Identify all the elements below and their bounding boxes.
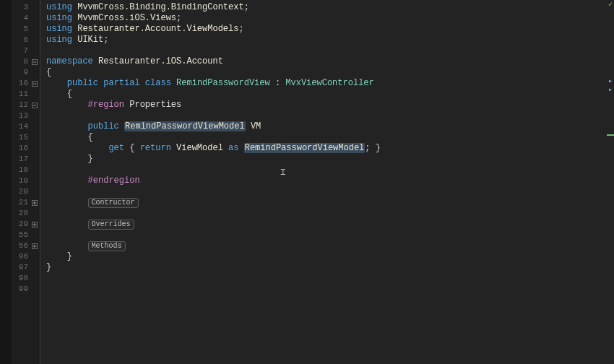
code-line[interactable]: using UIKit; (46, 35, 614, 46)
gutter-row[interactable]: 19 (12, 176, 40, 186)
code-line[interactable]: Overrides (46, 219, 614, 230)
gutter-row[interactable]: 14 (12, 121, 40, 132)
code-line[interactable] (46, 230, 614, 240)
gutter-row[interactable]: 4 (12, 13, 40, 24)
fold-placeholder (31, 210, 38, 217)
token-punct: } (88, 154, 93, 164)
line-number: 13 (14, 110, 31, 121)
line-number: 29 (14, 219, 31, 230)
gutter-row[interactable]: 97 (12, 262, 40, 273)
folded-region-tag[interactable]: Methods (88, 241, 126, 251)
code-line[interactable]: } (46, 262, 614, 273)
code-line[interactable]: { (46, 67, 614, 78)
token-punct: { (46, 67, 51, 77)
code-line[interactable]: using MvvmCross.iOS.Views; (46, 13, 614, 24)
gutter-row[interactable]: 98 (12, 273, 40, 284)
gutter-row[interactable]: 10 (12, 78, 40, 89)
code-line[interactable]: using MvvmCross.Binding.BindingContext; (46, 2, 614, 13)
token-id (46, 154, 88, 164)
code-line[interactable]: { (46, 132, 614, 143)
code-line[interactable]: } (46, 251, 614, 262)
code-line[interactable]: namespace Restauranter.iOS.Account (46, 56, 614, 67)
gutter-row[interactable]: 20 (12, 186, 40, 197)
code-line[interactable]: #endregion (46, 176, 614, 186)
folded-region-tag[interactable]: Overrides (88, 220, 134, 230)
code-line[interactable]: Methods (46, 240, 614, 251)
fold-collapse-icon[interactable] (31, 80, 38, 87)
gutter-row[interactable]: 28 (12, 208, 40, 219)
gutter-row[interactable]: 99 (12, 284, 40, 295)
gutter-row[interactable]: 18 (12, 165, 40, 176)
gutter-row[interactable]: 17 (12, 154, 40, 165)
token-id: ViewModel (176, 143, 223, 153)
code-line[interactable]: get { return ViewModel as RemindPassword… (46, 143, 614, 154)
gutter-row[interactable]: 29 (12, 219, 40, 230)
gutter-row[interactable]: 3 (12, 2, 40, 13)
line-number: 20 (14, 186, 31, 197)
code-line[interactable] (46, 46, 614, 56)
gutter-row[interactable]: 9 (12, 67, 40, 78)
token-punct: } (67, 251, 72, 261)
token-id: VM (251, 121, 261, 131)
code-line[interactable] (46, 110, 614, 121)
token-kw: class (145, 78, 171, 88)
token-id (93, 56, 98, 66)
fold-placeholder (31, 286, 38, 293)
code-line[interactable] (46, 208, 614, 219)
fold-placeholder (31, 37, 38, 44)
fold-collapse-icon[interactable] (31, 102, 38, 109)
gutter-row[interactable]: 12 (12, 100, 40, 110)
code-line[interactable] (46, 284, 614, 295)
code-area[interactable]: using MvvmCross.Binding.BindingContext;u… (40, 0, 614, 364)
token-punct: } (376, 143, 381, 153)
gutter-row[interactable]: 8 (12, 56, 40, 67)
gutter-row[interactable]: 21 (12, 197, 40, 208)
gutter-row[interactable]: 96 (12, 251, 40, 262)
breakpoint-strip[interactable] (0, 0, 12, 364)
code-line[interactable]: public RemindPasswordViewModel VM (46, 121, 614, 132)
code-line[interactable] (46, 186, 614, 197)
line-number: 6 (14, 35, 31, 46)
code-line[interactable] (46, 273, 614, 284)
code-line[interactable]: } (46, 154, 614, 165)
gutter-row[interactable]: 16 (12, 143, 40, 154)
fold-collapse-icon[interactable] (31, 58, 38, 66)
token-kw: as (228, 143, 238, 153)
token-kw: using (46, 2, 72, 12)
code-line[interactable]: public partial class RemindPasswordView … (46, 78, 614, 89)
token-punct: { (88, 132, 93, 142)
line-number: 8 (14, 56, 31, 67)
fold-expand-icon[interactable] (31, 221, 38, 228)
code-line[interactable]: #region Properties (46, 100, 614, 110)
token-id (46, 197, 88, 207)
code-line[interactable]: { (46, 89, 614, 100)
gutter-row[interactable]: 11 (12, 89, 40, 100)
token-id (171, 143, 176, 153)
code-line[interactable] (46, 165, 614, 176)
gutter-row[interactable]: 13 (12, 110, 40, 121)
token-kw: get (108, 143, 124, 153)
line-number: 9 (14, 67, 31, 78)
gutter-row[interactable]: 55 (12, 230, 40, 240)
line-number-gutter[interactable]: 3456789101112131415161718192021282955569… (12, 0, 40, 364)
fold-placeholder (31, 134, 38, 142)
token-kw: partial (103, 78, 139, 88)
fold-placeholder (31, 91, 38, 98)
fold-placeholder (31, 26, 38, 33)
token-id (46, 240, 88, 251)
folded-region-tag[interactable]: Contructor (88, 198, 139, 208)
fold-expand-icon[interactable] (31, 199, 38, 207)
token-region: #endregion (88, 176, 140, 186)
code-line[interactable]: Contructor (46, 197, 614, 208)
gutter-row[interactable]: 6 (12, 35, 40, 46)
gutter-row[interactable]: 15 (12, 132, 40, 143)
fold-expand-icon[interactable] (31, 243, 38, 250)
fold-placeholder (31, 188, 38, 196)
gutter-row[interactable]: 7 (12, 46, 40, 56)
gutter-row[interactable]: 56 (12, 240, 40, 251)
gutter-row[interactable]: 5 (12, 24, 40, 35)
line-number: 16 (14, 143, 31, 154)
line-number: 4 (14, 13, 31, 24)
token-id: MvvmCross.iOS.Views (77, 13, 176, 23)
code-line[interactable]: using Restauranter.Account.ViewModels; (46, 24, 614, 35)
